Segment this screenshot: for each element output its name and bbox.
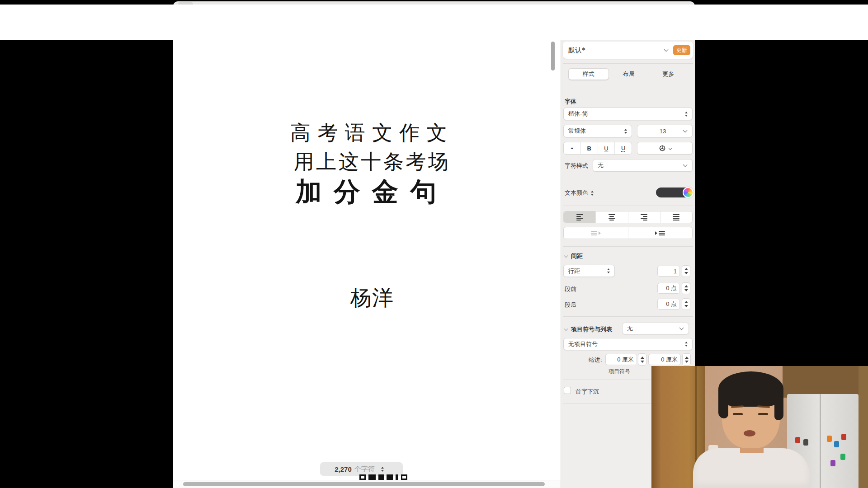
fridge-magnet bbox=[803, 439, 808, 446]
text-color-label: 文本颜色 bbox=[565, 189, 594, 197]
space-before-value[interactable]: 0 点 bbox=[657, 283, 680, 294]
clipped-qr-watermark bbox=[359, 474, 413, 480]
indent-value-2[interactable]: 0 厘米 bbox=[648, 354, 681, 365]
document-canvas[interactable]: 高考语文作文 用上这十条考场 加分金句 杨洋 2,270 个字符 bbox=[173, 40, 561, 488]
font-trait-buttons: • B U U bbox=[563, 142, 632, 155]
indent-stepper-2[interactable] bbox=[682, 353, 691, 366]
updown-icon bbox=[591, 191, 594, 196]
align-left-button[interactable] bbox=[564, 211, 596, 223]
dropcap-checkbox[interactable] bbox=[564, 387, 571, 394]
font-family-select[interactable]: 楷体-简 bbox=[563, 108, 693, 120]
bold-button[interactable]: B bbox=[581, 142, 598, 154]
person-eye bbox=[733, 413, 743, 415]
character-style-label: 字符样式 bbox=[565, 162, 588, 170]
space-after-stepper[interactable] bbox=[682, 298, 690, 310]
divider bbox=[563, 181, 693, 181]
inspector-tabs: 样式 布局 更多 bbox=[568, 68, 688, 80]
person-mouth bbox=[744, 430, 755, 436]
bullet-sub-label: 项目符号 bbox=[609, 368, 630, 375]
bullets-list-select[interactable]: 无 bbox=[622, 323, 689, 334]
align-center-button[interactable] bbox=[596, 211, 628, 223]
top-overlay-band bbox=[0, 5, 868, 40]
font-section-header: 字体 bbox=[565, 98, 576, 106]
chevron-updown-icon bbox=[381, 467, 384, 472]
horizontal-scrollbar-track[interactable] bbox=[173, 480, 561, 488]
fridge-magnet bbox=[834, 441, 839, 447]
person-shirt bbox=[693, 448, 810, 488]
decrease-indent-button[interactable] bbox=[564, 227, 628, 239]
typeface-select[interactable]: 常规体 bbox=[563, 125, 632, 137]
character-count-value: 2,270 bbox=[335, 465, 352, 473]
align-center-icon bbox=[609, 214, 615, 221]
divider bbox=[563, 206, 693, 206]
line-spacing-select[interactable]: 行距 bbox=[563, 265, 615, 277]
fridge-magnet bbox=[840, 454, 845, 460]
indent-value-1[interactable]: 0 厘米 bbox=[605, 354, 637, 365]
chevron-down-icon bbox=[664, 47, 669, 52]
space-after-value[interactable]: 0 点 bbox=[657, 299, 680, 310]
updown-icon bbox=[685, 342, 688, 347]
fridge-magnet bbox=[830, 460, 835, 466]
chevron-down-icon bbox=[679, 325, 684, 330]
doc-title-line1: 高考语文作文 bbox=[200, 119, 544, 146]
indent-stepper-1[interactable] bbox=[638, 353, 646, 366]
space-after-label: 段后 bbox=[565, 301, 576, 309]
tab-more[interactable]: 更多 bbox=[648, 68, 688, 80]
line-spacing-value[interactable]: 1 bbox=[657, 266, 680, 277]
tab-style[interactable]: 样式 bbox=[568, 68, 609, 80]
bullets-section-header[interactable]: 项目符号与列表 bbox=[565, 325, 612, 333]
spacing-section-header[interactable]: 间距 bbox=[565, 252, 583, 260]
screen: 高考语文作文 用上这十条考场 加分金句 杨洋 2,270 个字符 默认* bbox=[0, 0, 868, 488]
dropcap-label: 首字下沉 bbox=[576, 388, 599, 396]
emphasis-dot-button[interactable]: • bbox=[564, 142, 581, 154]
tab-layout[interactable]: 布局 bbox=[609, 68, 649, 80]
paragraph-style-selector[interactable]: 默认* 更新 bbox=[563, 42, 693, 59]
advanced-font-options-button[interactable] bbox=[637, 142, 693, 155]
align-justify-button[interactable] bbox=[660, 211, 692, 223]
person-hair-left bbox=[718, 393, 728, 418]
align-right-button[interactable] bbox=[628, 211, 660, 223]
person-eye bbox=[758, 413, 768, 415]
font-size-select[interactable]: 13 bbox=[637, 125, 693, 137]
disclosure-chevron-icon bbox=[564, 254, 568, 258]
chevron-down-icon bbox=[668, 146, 671, 150]
paragraph-style-name: 默认* bbox=[563, 46, 665, 55]
wall-shadow bbox=[783, 366, 862, 398]
chevron-down-icon bbox=[683, 162, 688, 167]
update-style-button[interactable]: 更新 bbox=[673, 45, 690, 55]
line-spacing-stepper[interactable] bbox=[682, 265, 690, 277]
space-before-stepper[interactable] bbox=[682, 282, 690, 294]
divider bbox=[563, 246, 693, 247]
doc-title-line2: 用上这十条考场 bbox=[200, 148, 544, 175]
vertical-scrollbar-thumb[interactable] bbox=[551, 42, 555, 70]
fridge-door-split bbox=[820, 394, 821, 488]
align-right-icon bbox=[641, 214, 647, 221]
fridge-magnet bbox=[827, 436, 832, 442]
disclosure-chevron-icon bbox=[564, 327, 568, 331]
double-underline-button[interactable]: U bbox=[615, 142, 632, 154]
horizontal-scrollbar-thumb[interactable] bbox=[183, 482, 545, 486]
doc-title-line3: 加分金句 bbox=[200, 174, 544, 210]
chevron-down-icon bbox=[683, 128, 688, 132]
character-count-pill[interactable]: 2,270 个字符 bbox=[320, 462, 403, 476]
decrease-indent-icon bbox=[591, 231, 601, 235]
character-count-unit: 个字符 bbox=[354, 465, 375, 474]
doc-author: 杨洋 bbox=[200, 284, 544, 312]
bullet-type-select[interactable]: 无项目符号 bbox=[563, 338, 693, 350]
increase-indent-button[interactable] bbox=[628, 227, 693, 239]
alignment-control bbox=[563, 211, 693, 223]
space-before-label: 段前 bbox=[565, 285, 576, 293]
color-wheel-icon[interactable] bbox=[683, 187, 693, 198]
indent-control bbox=[563, 227, 693, 239]
text-color-well[interactable] bbox=[656, 187, 692, 198]
align-justify-icon bbox=[673, 214, 679, 221]
underline-button[interactable]: U bbox=[598, 142, 615, 154]
divider bbox=[563, 63, 693, 64]
updown-icon bbox=[607, 268, 610, 273]
fridge-magnet bbox=[795, 437, 800, 443]
character-style-select[interactable]: 无 bbox=[593, 159, 693, 172]
person-hair-right bbox=[774, 392, 783, 420]
divider bbox=[563, 316, 693, 317]
align-left-icon bbox=[576, 214, 583, 221]
webcam-overlay bbox=[651, 366, 868, 488]
